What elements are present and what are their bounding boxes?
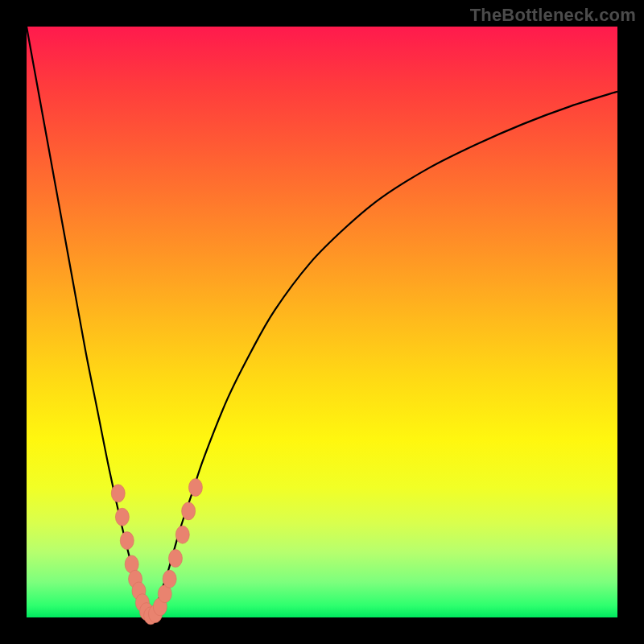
- curve-marker: [120, 532, 134, 550]
- watermark-text: TheBottleneck.com: [470, 5, 636, 26]
- curve-marker: [182, 502, 196, 520]
- curve-marker: [115, 508, 129, 526]
- chart-frame: TheBottleneck.com: [0, 0, 644, 644]
- curve-marker: [188, 479, 202, 497]
- chart-svg: [27, 27, 617, 617]
- curve-marker: [163, 570, 176, 588]
- curve-marker: [175, 526, 189, 543]
- bottleneck-curve: [27, 27, 617, 617]
- curve-marker: [111, 485, 125, 502]
- curve-marker: [168, 550, 182, 568]
